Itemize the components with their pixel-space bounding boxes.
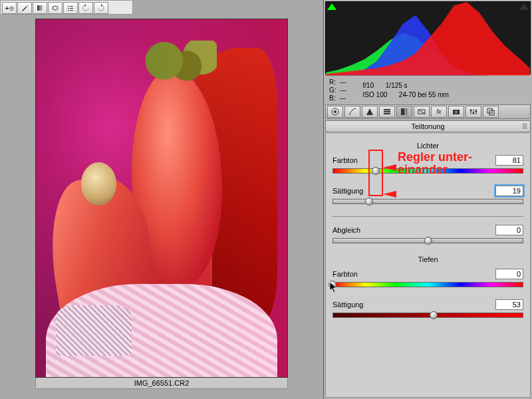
svg-line-16 [418, 110, 425, 114]
balance-label: Abgleich [332, 226, 374, 234]
tab-detail-icon[interactable] [362, 106, 378, 118]
svg-rect-12 [384, 113, 390, 114]
svg-rect-5 [70, 8, 73, 9]
panel-title: Teiltonung ☰ [325, 120, 531, 132]
rotate-ccw-icon[interactable] [78, 2, 93, 14]
exif-iso: ISO 100 [363, 91, 388, 98]
exif-b-label: B: [329, 94, 335, 102]
sh-hue-slider[interactable] [332, 282, 523, 293]
panel-tabbar: fx [325, 104, 531, 119]
svg-point-1 [53, 6, 58, 10]
panel-title-text: Teiltonung [411, 122, 444, 130]
tab-hsl-icon[interactable] [379, 106, 395, 118]
svg-rect-4 [68, 8, 69, 9]
svg-rect-14 [404, 108, 408, 115]
exif-r-value: --- [340, 78, 346, 86]
svg-rect-6 [68, 10, 69, 11]
preview-image[interactable] [35, 19, 288, 378]
panel-body: Lichter Farbton Sättigung Abgleich [325, 134, 531, 398]
section-shadows: Tiefen [332, 255, 523, 263]
tab-lens-icon[interactable] [414, 106, 430, 118]
tab-curve-icon[interactable] [344, 106, 360, 118]
annotation-arrow-icon [383, 191, 396, 198]
svg-point-9 [334, 110, 336, 113]
svg-point-24 [475, 110, 477, 112]
svg-rect-11 [384, 111, 390, 112]
tab-camera-icon[interactable] [448, 106, 464, 118]
exif-lens: 24-70 bei 55 mm [399, 91, 449, 98]
svg-rect-2 [68, 6, 69, 7]
hi-hue-input[interactable] [495, 155, 523, 166]
svg-rect-10 [384, 109, 390, 110]
svg-rect-3 [70, 6, 73, 7]
exif-g-value: --- [340, 86, 347, 94]
sh-sat-slider[interactable] [332, 313, 523, 323]
section-highlights: Lichter [332, 142, 523, 150]
exif-readout: R:--- G:--- B:--- f/10 1/125 s ISO 100 2… [324, 76, 532, 104]
svg-point-23 [473, 112, 475, 114]
hi-hue-label: Farbton [332, 156, 374, 164]
sh-sat-input[interactable] [495, 299, 523, 310]
left-toolbar: +◎ [0, 0, 133, 15]
exif-g-label: G: [329, 86, 336, 94]
tab-sliders-icon[interactable] [466, 106, 481, 118]
svg-point-18 [455, 111, 458, 114]
brush-tool-icon[interactable] [17, 2, 32, 14]
exif-b-value: --- [339, 94, 346, 102]
hi-sat-input[interactable] [495, 186, 523, 196]
list-tool-icon[interactable] [63, 2, 78, 14]
filename-label: IMG_66551.CR2 [35, 378, 288, 389]
annotation-text: Regler unter-einander [398, 151, 472, 176]
tab-splittone-icon[interactable] [396, 106, 412, 118]
gradient-tool-icon[interactable] [33, 2, 47, 14]
tab-basic-icon[interactable] [327, 106, 343, 118]
svg-rect-0 [37, 5, 43, 11]
exif-r-label: R: [329, 78, 336, 86]
svg-point-22 [470, 110, 472, 112]
hi-sat-label: Sättigung [332, 187, 374, 195]
hi-sat-slider[interactable] [332, 199, 523, 209]
sh-sat-label: Sättigung [332, 301, 374, 309]
tab-presets-icon[interactable] [483, 106, 499, 118]
adjust-tool-icon[interactable]: +◎ [2, 2, 17, 14]
annotation-arrow-icon [383, 164, 396, 171]
exif-aperture: f/10 [363, 82, 374, 89]
histogram [325, 1, 531, 74]
sh-hue-input[interactable] [495, 269, 523, 279]
svg-rect-13 [401, 108, 404, 115]
balance-slider[interactable] [332, 238, 523, 249]
tab-fx-icon[interactable]: fx [431, 106, 447, 118]
exif-shutter: 1/125 s [386, 82, 408, 89]
rotate-cw-icon[interactable] [94, 2, 108, 14]
balance-input[interactable] [495, 225, 523, 235]
svg-rect-7 [70, 10, 73, 11]
annotation-box [368, 150, 383, 196]
sh-hue-label: Farbton [332, 270, 374, 278]
radial-tool-icon[interactable] [48, 2, 63, 14]
panel-menu-icon[interactable]: ☰ [522, 123, 527, 130]
